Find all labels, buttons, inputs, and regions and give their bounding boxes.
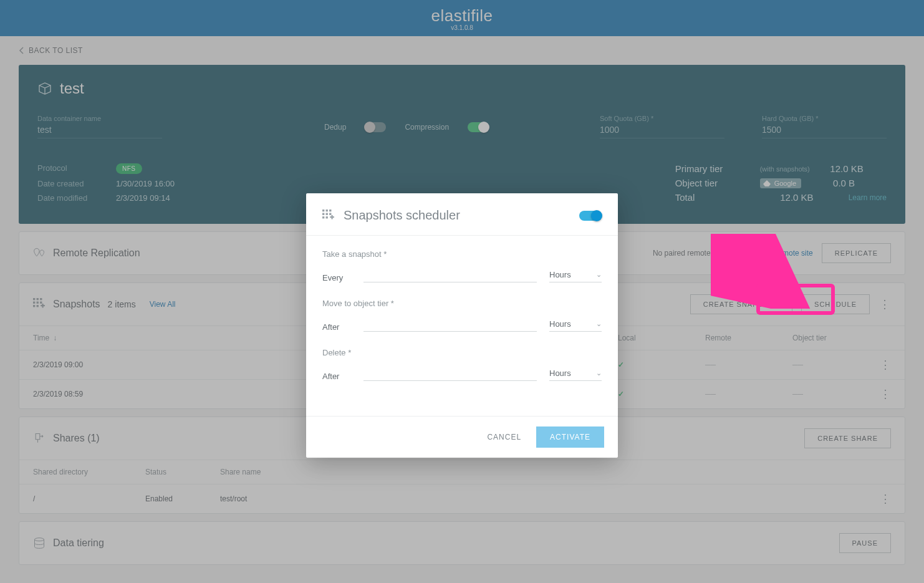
chevron-down-icon: ⌄	[596, 369, 602, 377]
svg-rect-14	[329, 213, 331, 214]
schedule-grid-icon	[322, 210, 335, 222]
scheduler-toggle[interactable]	[579, 211, 602, 221]
take-unit-select[interactable]: Hours⌄	[549, 267, 602, 282]
every-label: Every	[322, 273, 351, 282]
svg-rect-11	[329, 210, 331, 211]
move-after-input[interactable]	[363, 317, 537, 332]
svg-rect-10	[326, 210, 328, 211]
svg-rect-15	[322, 216, 324, 218]
delete-unit-select[interactable]: Hours⌄	[549, 366, 602, 381]
delete-after-input[interactable]	[363, 366, 537, 381]
take-snapshot-label: Take a snapshot *	[322, 249, 602, 259]
modal-overlay[interactable]: Snapshots scheduler Take a snapshot * Ev…	[0, 0, 924, 582]
snapshots-scheduler-modal: Snapshots scheduler Take a snapshot * Ev…	[306, 193, 618, 458]
move-tier-label: Move to object tier *	[322, 299, 602, 308]
delete-label: Delete *	[322, 348, 602, 357]
chevron-down-icon: ⌄	[596, 320, 602, 328]
svg-rect-9	[322, 210, 324, 211]
after-label-2: After	[322, 372, 351, 381]
modal-title: Snapshots scheduler	[344, 208, 570, 223]
svg-rect-12	[322, 213, 324, 214]
after-label-1: After	[322, 322, 351, 332]
activate-button[interactable]: ACTIVATE	[536, 426, 604, 448]
svg-rect-16	[326, 216, 328, 218]
take-every-input[interactable]	[363, 267, 537, 282]
move-unit-select[interactable]: Hours⌄	[549, 317, 602, 332]
chevron-down-icon: ⌄	[596, 271, 602, 279]
svg-rect-13	[326, 213, 328, 214]
cancel-button[interactable]: CANCEL	[487, 433, 521, 441]
